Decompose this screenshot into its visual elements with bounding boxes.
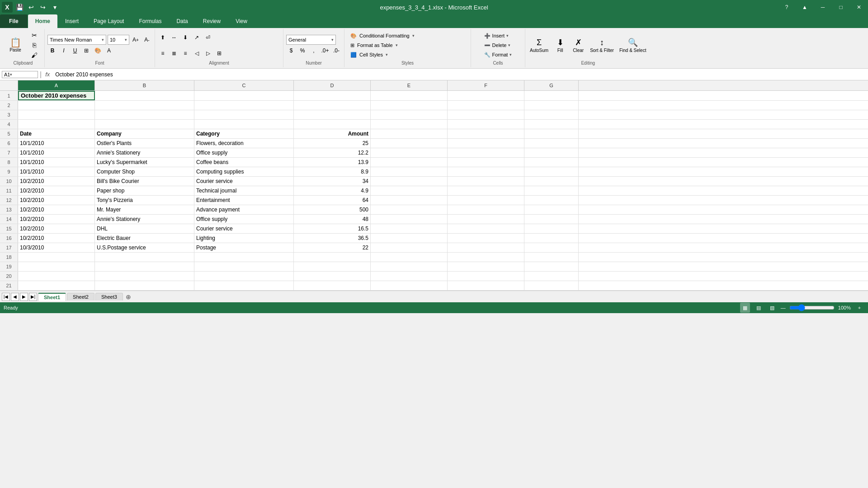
cell-C7[interactable]: Office supply	[194, 148, 294, 157]
cell-F20[interactable]	[448, 272, 524, 281]
cell-F21[interactable]	[448, 281, 524, 290]
cell-A20[interactable]	[18, 272, 95, 281]
cell-C20[interactable]	[194, 272, 294, 281]
row-number-4[interactable]: 4	[0, 120, 18, 129]
cell-B3[interactable]	[95, 110, 194, 119]
undo-button[interactable]: ↩	[26, 2, 36, 12]
sheet-tab-sheet2[interactable]: Sheet2	[67, 293, 94, 300]
row-number-2[interactable]: 2	[0, 101, 18, 110]
cell-D18[interactable]	[294, 253, 371, 262]
align-left-button[interactable]: ≡	[158, 48, 168, 58]
close-button[interactable]: ✕	[850, 0, 868, 14]
cell-A11[interactable]: 10/2/2010	[18, 186, 95, 195]
row-number-15[interactable]: 15	[0, 224, 18, 233]
cell-B2[interactable]	[95, 101, 194, 110]
format-as-table-button[interactable]: ⊞ Format as Table ▾	[347, 41, 401, 50]
cell-E20[interactable]	[371, 272, 448, 281]
row-number-6[interactable]: 6	[0, 139, 18, 148]
cell-B21[interactable]	[95, 281, 194, 290]
cell-D8[interactable]: 13.9	[294, 158, 371, 167]
decrease-indent-button[interactable]: ◁	[192, 48, 202, 58]
format-painter-button[interactable]: 🖌	[27, 51, 42, 60]
cell-G13[interactable]	[524, 205, 579, 214]
align-top-button[interactable]: ⬆	[158, 33, 168, 42]
sheet-nav-first[interactable]: |◀	[2, 293, 10, 301]
col-header-e[interactable]: E	[371, 80, 448, 90]
tab-home[interactable]: Home	[28, 14, 57, 28]
cell-B6[interactable]: Ostler's Plants	[95, 139, 194, 148]
align-bottom-button[interactable]: ⬇	[180, 33, 190, 42]
cell-G11[interactable]	[524, 186, 579, 195]
row-number-21[interactable]: 21	[0, 281, 18, 290]
decrease-font-button[interactable]: A-	[142, 35, 152, 45]
cell-E11[interactable]	[371, 186, 448, 195]
cell-D4[interactable]	[294, 120, 371, 129]
align-right-button[interactable]: ≡	[180, 48, 190, 58]
tab-review[interactable]: Review	[196, 14, 228, 28]
cell-D15[interactable]: 16.5	[294, 224, 371, 233]
align-center-button[interactable]: ≣	[169, 48, 179, 58]
cell-D6[interactable]: 25	[294, 139, 371, 148]
cell-A18[interactable]	[18, 253, 95, 262]
cell-F18[interactable]	[448, 253, 524, 262]
cell-A4[interactable]	[18, 120, 95, 129]
normal-view-button[interactable]: ▦	[740, 303, 750, 313]
cell-G3[interactable]	[524, 110, 579, 119]
cell-G20[interactable]	[524, 272, 579, 281]
cell-G8[interactable]	[524, 158, 579, 167]
cell-A19[interactable]	[18, 262, 95, 271]
cell-B14[interactable]: Annie's Stationery	[95, 215, 194, 224]
cell-G5[interactable]	[524, 129, 579, 138]
cell-F11[interactable]	[448, 186, 524, 195]
cell-G7[interactable]	[524, 148, 579, 157]
font-name-select[interactable]: Times New Roman ▾	[47, 35, 106, 45]
cell-C4[interactable]	[194, 120, 294, 129]
cell-F17[interactable]	[448, 243, 524, 252]
cell-F12[interactable]	[448, 196, 524, 205]
cell-B4[interactable]	[95, 120, 194, 129]
cell-D19[interactable]	[294, 262, 371, 271]
tab-file[interactable]: File	[0, 14, 28, 28]
cell-C5[interactable]: Category	[194, 129, 294, 138]
col-header-f[interactable]: F	[448, 80, 524, 90]
cell-G16[interactable]	[524, 234, 579, 243]
cell-B12[interactable]: Tony's Pizzeria	[95, 196, 194, 205]
ribbon-toggle[interactable]: ▲	[796, 0, 814, 14]
cell-A6[interactable]: 10/1/2010	[18, 139, 95, 148]
cell-C11[interactable]: Technical journal	[194, 186, 294, 195]
cell-C18[interactable]	[194, 253, 294, 262]
row-number-1[interactable]: 1	[0, 91, 18, 100]
cell-A10[interactable]: 10/2/2010	[18, 177, 95, 186]
border-button[interactable]: ⊞	[81, 46, 91, 56]
row-number-19[interactable]: 19	[0, 262, 18, 271]
row-number-9[interactable]: 9	[0, 167, 18, 176]
cell-E2[interactable]	[371, 101, 448, 110]
find-select-button[interactable]: 🔍 Find & Select	[618, 37, 648, 54]
tab-page-layout[interactable]: Page Layout	[86, 14, 131, 28]
cell-E18[interactable]	[371, 253, 448, 262]
cell-B5[interactable]: Company	[95, 129, 194, 138]
conditional-formatting-button[interactable]: 🎨 Conditional Formatting ▾	[347, 32, 418, 40]
cell-F2[interactable]	[448, 101, 524, 110]
row-number-5[interactable]: 5	[0, 129, 18, 138]
row-number-14[interactable]: 14	[0, 215, 18, 224]
minimize-button[interactable]: ─	[814, 0, 832, 14]
cell-E13[interactable]	[371, 205, 448, 214]
cell-B7[interactable]: Annie's Stationery	[95, 148, 194, 157]
format-button[interactable]: 🔧 Format ▾	[480, 51, 516, 59]
font-size-select[interactable]: 10 ▾	[108, 35, 129, 45]
increase-decimal-button[interactable]: .0+	[320, 46, 330, 56]
cell-D10[interactable]: 34	[294, 177, 371, 186]
cell-B11[interactable]: Paper shop	[95, 186, 194, 195]
cell-F6[interactable]	[448, 139, 524, 148]
row-number-13[interactable]: 13	[0, 205, 18, 214]
col-header-b[interactable]: B	[95, 80, 194, 90]
cell-E9[interactable]	[371, 167, 448, 176]
cell-D1[interactable]	[294, 91, 371, 100]
sheet-tab-sheet1[interactable]: Sheet1	[38, 293, 66, 301]
cell-D3[interactable]	[294, 110, 371, 119]
cell-A5[interactable]: Date	[18, 129, 95, 138]
cell-E12[interactable]	[371, 196, 448, 205]
cell-C2[interactable]	[194, 101, 294, 110]
page-break-view-button[interactable]: ▧	[767, 303, 777, 313]
